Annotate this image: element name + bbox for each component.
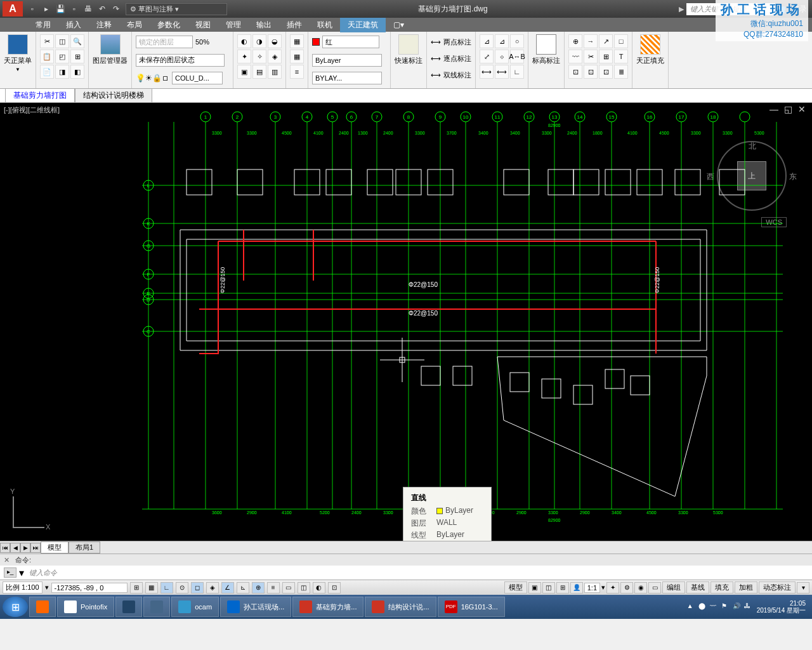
snap-toggle[interactable]: ⊞ [130,582,143,594]
qat-saveas-icon[interactable]: ▫ [69,3,80,15]
symbol-icon[interactable]: ↗ [599,34,613,48]
tab-annotate[interactable]: 注释 [89,18,119,32]
locked-layer-field[interactable]: 锁定的图层 [136,36,193,48]
otrack-toggle[interactable]: ∠ [221,582,234,594]
sc-toggle[interactable]: ◐ [313,582,325,594]
layer-manager-button[interactable]: 图层管理器 [93,34,128,65]
layer-tool-icon[interactable]: ◐ [237,34,251,48]
workspace-dropdown[interactable]: ⚙ 草图与注释 ▾ [126,3,227,15]
polar-toggle[interactable]: ⊙ [176,582,188,594]
tray-icon[interactable]: 〰 [710,602,719,611]
status-icon[interactable]: ◫ [542,582,555,594]
command-input[interactable]: ▸_ ▾ 键入命令 [0,566,812,580]
symbol-icon[interactable]: → [584,34,598,48]
ducs-toggle[interactable]: ⊾ [237,582,249,594]
dim-tool-icon[interactable]: ⊿ [480,34,494,48]
doc-tab-1[interactable]: 基础剪力墙打图 [5,88,75,102]
symbol-icon[interactable]: ⊞ [599,50,613,63]
two-point-dim-button[interactable]: ⟷两点标注 [431,34,471,50]
scale-field[interactable]: 比例 1:100 [3,581,43,594]
cmd-close-icon[interactable]: ✕ [4,556,10,564]
current-layer-dropdown[interactable]: COLU_D... [172,72,223,84]
layer-tool-icon[interactable]: ✧ [252,50,266,63]
grid-icon[interactable]: ▦ [290,50,304,63]
task-item[interactable]: PDF16G101-3... [438,597,505,617]
status-icon[interactable]: ▭ [648,582,661,594]
tray-clock[interactable]: 21:05 2019/5/14 星期一 [757,600,806,614]
tab-layout[interactable]: 布局 [119,18,150,32]
tab-tangent[interactable]: 天正建筑 [340,18,386,32]
layout-last-icon[interactable]: ⏭ [30,543,41,553]
tpy-toggle[interactable]: ▭ [282,582,295,594]
task-item[interactable]: 孙工话现场... [220,597,291,617]
step-point-dim-button[interactable]: ⟷逐点标注 [431,51,471,66]
layer-tool-icon[interactable]: ▥ [268,65,282,79]
qat-open-icon[interactable]: ▸ [41,3,52,15]
baseline-button[interactable]: 基线 [686,581,709,594]
start-button[interactable]: ⊞ [3,597,28,617]
status-icon[interactable]: ◉ [634,582,647,594]
tab-parametric[interactable]: 参数化 [150,18,188,32]
qp-toggle[interactable]: ◫ [298,582,310,594]
task-item[interactable] [143,597,170,617]
layer-tool-icon[interactable]: ▣ [237,65,251,79]
osnap-toggle[interactable]: ◻ [191,582,204,594]
elevation-annotation-button[interactable]: 标高标注 [532,34,560,65]
symbol-icon[interactable]: 〰 [568,50,582,63]
tray-volume-icon[interactable]: 🔊 [733,602,742,611]
layer-tool-icon[interactable]: ✦ [237,50,251,63]
tab-online[interactable]: 联机 [310,18,340,32]
layer-state-dropdown[interactable]: 未保存的图层状态 [136,54,225,67]
fill-button[interactable]: 填充 [710,581,733,594]
lwt-toggle[interactable]: ≡ [267,582,280,594]
tray-icon[interactable]: ⬤ [698,602,707,611]
qat-new-icon[interactable]: ▫ [27,3,38,15]
tool-icon[interactable]: 📋 [40,50,54,63]
grid-toggle[interactable]: ▦ [145,582,158,594]
symbol-icon[interactable]: ✂ [584,50,598,63]
status-icon[interactable]: ⚙ [620,582,633,594]
doc-tab-2[interactable]: 结构设计说明楼梯 [75,88,152,102]
dim-tool-icon[interactable]: ⊿ [495,34,509,48]
am-toggle[interactable]: ⊡ [328,582,341,594]
status-expand-icon[interactable]: ▾ [797,582,809,594]
tab-extra-icon[interactable]: ▢▾ [386,18,412,31]
layer-tool-icon[interactable]: ◒ [268,34,282,48]
layout-next-icon[interactable]: ▶ [20,543,30,553]
drawing-canvas[interactable]: [-][俯视][二维线框] — ◱ ✕ 上 北 东 西 WCS [0,103,812,541]
dyn-toggle[interactable]: ⊕ [252,582,265,594]
hatch-button[interactable]: 天正填充 [636,34,664,65]
tab-view[interactable]: 视图 [188,18,218,32]
symbol-icon[interactable]: ≣ [614,65,628,79]
tray-icon[interactable]: ⚑ [721,602,730,611]
qat-undo-icon[interactable]: ↶ [96,3,108,15]
tab-insert[interactable]: 插入 [58,18,89,32]
tab-plugins[interactable]: 插件 [279,18,310,32]
tool-icon[interactable]: ✂ [40,34,54,48]
dim-tool-icon[interactable]: ⤢ [480,50,494,63]
model-space-button[interactable]: 模型 [504,581,527,594]
layer-tool-icon[interactable]: ▤ [252,65,266,79]
dim-tool-icon[interactable]: ⟷ [495,65,509,79]
layer-tool-icon[interactable]: ◑ [252,34,266,48]
dim-tool-icon[interactable]: A↔B [510,50,524,63]
search-play-icon[interactable]: ▶ [679,5,684,13]
task-item[interactable] [115,597,142,617]
status-icon[interactable]: ▣ [528,582,541,594]
dim-tool-icon[interactable]: ⟷ [480,65,494,79]
lines-icon[interactable]: ≡ [290,65,304,79]
tool-icon[interactable]: 📄 [40,65,54,79]
tab-output[interactable]: 输出 [249,18,279,32]
layout-first-icon[interactable]: ⏮ [0,543,10,553]
linetype-dropdown[interactable]: ByLayer [312,54,382,67]
group-button[interactable]: 编组 [662,581,685,594]
tool-icon[interactable]: 🔍 [70,34,84,48]
task-item[interactable]: 基础剪力墙... [292,597,363,617]
layout-tab-layout1[interactable]: 布局1 [69,541,100,554]
status-person-icon[interactable]: 👤 [570,582,583,594]
qat-print-icon[interactable]: 🖶 [82,3,94,15]
qat-save-icon[interactable]: 💾 [55,3,66,15]
symbol-icon[interactable]: ⊡ [584,65,598,79]
lineweight-dropdown[interactable]: BYLAY... [312,72,382,84]
symbol-icon[interactable]: T [614,50,628,63]
